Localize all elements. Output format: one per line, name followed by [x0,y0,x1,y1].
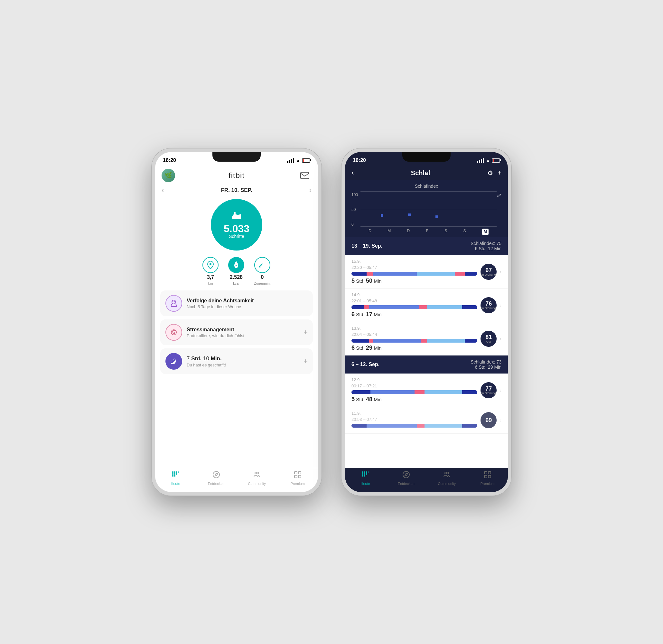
steps-value: 5.033 [224,223,249,234]
mail-icon[interactable] [298,169,312,182]
sleep-title: 7 Std. 10 Min. [187,355,299,362]
seg-deep2-0 [465,272,477,275]
score-num-3: 77 [485,386,492,392]
nav-entdecken[interactable]: Entdecken [196,471,237,486]
sleep-header-icons: ⚙ + [487,169,501,177]
nav-heute-label: Heute [171,482,180,486]
svg-rect-12 [178,471,179,473]
nav-entdecken-label: Entdecken [208,482,225,486]
signal-bar-2 [289,160,290,163]
phone-1-screen: 16:20 ▲ 🌿 fitbit [155,152,318,492]
day-M: M [388,229,391,235]
svg-point-20 [257,472,259,474]
nav-premium[interactable]: Premium [277,471,318,486]
entdecken-icon [212,471,220,481]
nav-community[interactable]: Community [236,471,277,486]
sleep-plus[interactable]: + [303,357,308,365]
stress-plus[interactable]: + [303,328,308,336]
stress-content: Stressmanagement Protokolliere, wie du d… [187,327,299,338]
status-icons-1: ▲ [287,158,310,163]
card-sleep[interactable]: Z z 7 Std. 10 Min. Du hast es geschafft!… [160,349,313,374]
svg-point-36 [447,472,449,474]
steps-circle[interactable]: 5.033 Schritte [211,199,262,250]
svg-rect-28 [368,471,368,473]
stat-distance-value: 3,7 [207,274,214,280]
week-duration-1: 6 Std. 12 Min [471,246,501,251]
gear-icon[interactable]: ⚙ [487,169,493,177]
nav-community-2[interactable]: Community [427,471,467,486]
stress-title: Stressmanagement [187,327,299,333]
entry-duration-3: 5 Std. 48 Min [351,396,477,403]
week-header-1: 13 – 19. Sep. Schlafindex: 75 6 Std. 12 … [345,237,508,255]
battery-fill-2 [493,159,494,162]
entry-time-1: 22:01 – 05:48 [351,298,477,303]
phone-2-screen: 16:20 ▲ ‹ Schlaf ⚙ + [345,152,508,492]
stress-subtitle: Protokolliere, wie du dich fühlst [187,333,299,338]
nav-heute-2[interactable]: Heute [345,471,386,486]
entry-chevron-0: › [500,269,501,274]
entry-chevron-1: › [500,303,501,308]
date-text: FR. 10. SEP. [221,187,252,194]
score-circle-0: 67 In Ordnung [481,264,497,280]
add-icon[interactable]: + [498,169,501,177]
premium-icon-2 [484,471,491,481]
nav-premium-2[interactable]: Premium [467,471,508,486]
status-icons-2: ▲ [477,158,500,163]
stat-zones-icon [254,257,270,273]
svg-rect-37 [484,471,487,474]
date-prev-arrow[interactable]: ‹ [162,186,164,195]
wifi-icon-1: ▲ [296,158,300,163]
svg-point-6 [173,330,175,333]
svg-rect-38 [488,471,491,474]
entry-left-3: 12.9. 00:17 – 07:21 5 Std. 48 Min [351,377,477,403]
sleep-chart-area: Schlafindex 100 50 0 [345,180,508,237]
score-label-1: In Ordnung [481,307,496,310]
battery-1 [302,158,310,163]
sleep-entry-1[interactable]: 14.9. 22:01 – 05:48 6 Std. 17 Min [345,289,508,322]
sleep-entry-0[interactable]: 15.9. 22:20 – 05:47 5 Std. 50 Min [345,255,508,289]
entry-duration-1: 6 Std. 17 Min [351,311,477,318]
chart-expand-icon[interactable]: ⤢ [497,192,501,199]
card-stress[interactable]: Stressmanagement Protokolliere, wie du d… [160,319,313,345]
steps-label: Schritte [229,234,244,239]
svg-rect-26 [364,471,365,473]
signal-bars-2 [477,158,484,163]
back-button[interactable]: ‹ [351,169,354,177]
signal-bars-1 [287,158,294,163]
stat-calories-value: 2.528 [230,274,243,280]
phone-2: 16:20 ▲ ‹ Schlaf ⚙ + [341,148,512,496]
entry-left-2: 13.9. 22:04 – 05:44 6 Std. 29 Min [351,326,477,351]
nav-community-label: Community [248,482,266,486]
svg-rect-17 [174,475,176,476]
signal-bar-1 [287,161,289,163]
mindful-content: Verfolge deine Achtsamkeit Noch 5 Tage i… [187,298,308,309]
nav-entdecken-2[interactable]: Entdecken [386,471,427,486]
signal-bar-d4 [483,158,484,163]
sleep-entry-2[interactable]: 13.9. 22:04 – 05:44 6 Std. 29 Min [345,322,508,355]
sleep-entry-4[interactable]: 11.9. 23:53 – 07:47 69 › [345,407,508,434]
week-header-2: 6 – 12. Sep. Schlafindex: 73 6 Std. 29 M… [345,355,508,374]
signal-bar-d3 [481,159,482,163]
sleep-bar-4 [351,424,477,428]
sleep-entry-3[interactable]: 12.9. 00:17 – 07:21 5 Std. 48 Min 77 [345,374,508,407]
entry-duration-0: 5 Std. 50 Min [351,277,477,284]
score-circle-4: 69 [481,412,497,428]
chart-label-0: 0 [351,222,358,227]
svg-rect-23 [295,475,297,478]
svg-rect-10 [174,471,176,473]
date-next-arrow[interactable]: › [309,186,312,195]
nav-heute[interactable]: Heute [155,471,196,486]
stat-calories: 2.528 kcal [228,257,244,285]
card-mindfulness[interactable]: Verfolge deine Achtsamkeit Noch 5 Tage i… [160,290,313,316]
stat-zones-value: 0 [261,274,264,280]
sleep-subtitle: Du hast es geschafft! [187,362,299,368]
svg-rect-32 [362,475,363,476]
entry-left-1: 14.9. 22:01 – 05:48 6 Std. 17 Min [351,292,477,318]
week-range-1: 13 – 19. Sep. [351,243,382,249]
stat-zones: 0 Zonenmin. [254,257,271,285]
stat-calories-unit: kcal [233,282,239,285]
avatar[interactable]: 🌿 [162,169,175,182]
notch-1 [212,152,261,162]
community-icon-2 [443,471,451,481]
bottom-nav-2: Heute Entdecken [345,468,508,492]
